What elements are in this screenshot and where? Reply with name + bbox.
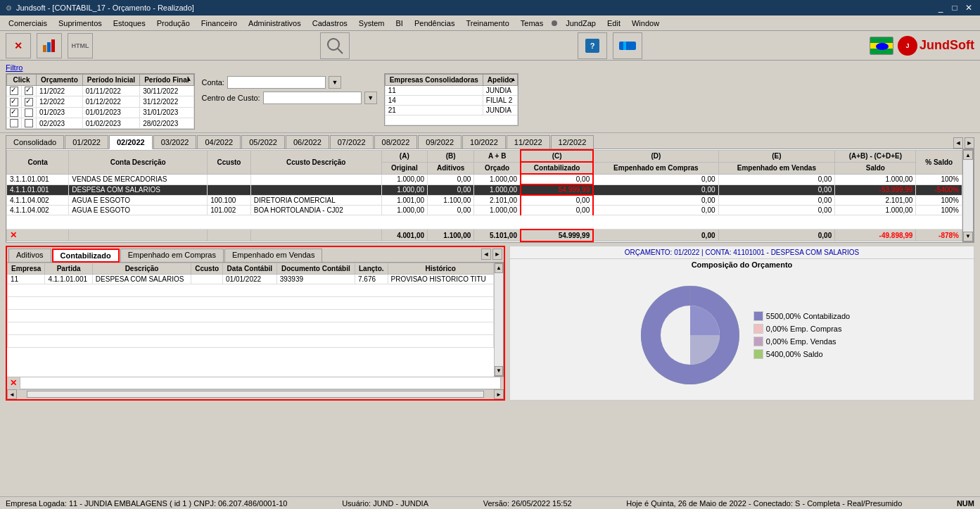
scroll-thumb[interactable] xyxy=(963,160,973,232)
detail-row-empty xyxy=(8,284,494,296)
col-saldo-header: (A+B) - (C+D+E) xyxy=(835,150,916,162)
grid-a-1: 1.000,00 xyxy=(381,174,428,184)
menu-window[interactable]: Window xyxy=(626,18,665,29)
company-row: 11 JUNDIA xyxy=(385,86,518,96)
companies-area: Empresas Consolidadoras Apelido ▲ 11 JUN… xyxy=(384,73,519,126)
col-e-sub: Empenhado em Vendas xyxy=(718,162,835,174)
menu-cadastros[interactable]: Cadastros xyxy=(307,18,353,29)
conta-input[interactable] xyxy=(227,76,326,89)
maximize-button[interactable]: □ xyxy=(949,3,960,13)
main-grid-scrollbar[interactable]: ▲ ▼ xyxy=(962,149,974,242)
detail-tab-empenhado-compras[interactable]: Empenhado em Compras xyxy=(120,249,224,262)
col-ccusto-desc-header: Ccusto Descrição xyxy=(250,150,381,174)
tab-consolidado[interactable]: Consolidado xyxy=(6,135,64,149)
grid-saldo-1: 1.000,00 xyxy=(835,174,916,184)
detail-tab-aditivos[interactable]: Aditivos xyxy=(8,249,51,262)
svg-rect-8 xyxy=(623,42,626,50)
filter-label: Filtro xyxy=(6,63,974,72)
menu-suprimentos[interactable]: Suprimentos xyxy=(53,18,108,29)
filter-cb4-1[interactable] xyxy=(10,119,18,127)
detail-scroll-left[interactable]: ◄ xyxy=(7,389,17,399)
menu-system[interactable]: System xyxy=(353,18,390,29)
filter-cb3-2[interactable] xyxy=(25,108,33,117)
filter-cb3-1[interactable] xyxy=(10,108,18,117)
footer-empty1 xyxy=(69,230,208,241)
detail-tabs-next[interactable]: ► xyxy=(492,249,502,260)
detail-row-empty2 xyxy=(8,296,494,309)
menu-estoques[interactable]: Estoques xyxy=(108,18,151,29)
filter-cb2-1[interactable] xyxy=(10,98,18,106)
scroll-up-btn[interactable]: ▲ xyxy=(963,150,973,160)
tab-03-2022[interactable]: 03/2022 xyxy=(153,135,197,149)
tab-02-2022[interactable]: 02/2022 xyxy=(109,135,153,149)
toolbar-remote-btn[interactable] xyxy=(613,32,642,59)
toolbar-excel-btn[interactable]: ✕ xyxy=(6,33,31,58)
menu-treinamento[interactable]: Treinamento xyxy=(460,18,514,29)
tabs-prev-btn[interactable]: ◄ xyxy=(953,137,963,149)
scroll-down-btn[interactable]: ▼ xyxy=(963,232,973,241)
window-title: Jundsoft - [CONTABIL_17 - Orçamento - Re… xyxy=(16,4,194,12)
svg-line-4 xyxy=(338,49,343,54)
menu-jundzap[interactable]: JundZap xyxy=(560,18,602,29)
toolbar-chart-btn[interactable] xyxy=(37,33,62,58)
tab-09-2022[interactable]: 09/2022 xyxy=(418,135,462,149)
grid-d-3: 0,00 xyxy=(593,195,718,206)
tab-11-2022[interactable]: 11/2022 xyxy=(507,135,550,149)
legend-item-1: 5500,00% Contabilizado xyxy=(753,311,850,321)
filter-middle: Conta: ▼ Centro de Custo: ▼ xyxy=(202,76,377,104)
legend-item-2: 0,00% Emp. Compras xyxy=(753,324,850,334)
close-button[interactable]: ✕ xyxy=(963,3,974,13)
filter-cb2-2[interactable] xyxy=(25,98,33,106)
detail-tab-empenhado-vendas[interactable]: Empenhado em Vendas xyxy=(224,249,322,262)
conta-dropdown-btn[interactable]: ▼ xyxy=(329,76,341,89)
menu-temas[interactable]: Temas xyxy=(515,18,549,29)
menu-financeiro[interactable]: Financeiro xyxy=(196,18,243,29)
detail-tabs-prev[interactable]: ◄ xyxy=(481,249,491,260)
tab-06-2022[interactable]: 06/2022 xyxy=(286,135,329,149)
grid-c-1: 0,00 xyxy=(521,174,593,184)
tab-05-2022[interactable]: 05/2022 xyxy=(241,135,285,149)
tab-10-2022[interactable]: 10/2022 xyxy=(462,135,506,149)
footer-a: 4.001,00 xyxy=(381,230,428,241)
centro-custo-dropdown-btn[interactable]: ▼ xyxy=(364,92,377,104)
detail-scroll-down[interactable]: ▼ xyxy=(495,366,503,376)
menu-edit[interactable]: Edit xyxy=(602,18,626,29)
detail-tab-contabilizado[interactable]: Contabilizado xyxy=(52,249,120,263)
tab-07-2022[interactable]: 07/2022 xyxy=(330,135,374,149)
detail-scroll-thumb[interactable] xyxy=(495,273,503,366)
filter-cb4-2[interactable] xyxy=(25,119,33,127)
tab-01-2022[interactable]: 01/2022 xyxy=(65,135,108,149)
grid-saldo-3: 2.101,00 xyxy=(835,195,916,206)
filter-cb1-2[interactable] xyxy=(25,87,33,95)
col-conta-header: Conta xyxy=(7,150,69,174)
grid-b-3: 1.100,00 xyxy=(428,195,474,206)
svg-text:?: ? xyxy=(590,42,594,50)
footer-aplusb: 5.101,00 xyxy=(474,230,521,241)
tab-08-2022[interactable]: 08/2022 xyxy=(374,135,418,149)
tabs-next-btn[interactable]: ► xyxy=(965,137,974,149)
menu-comerciais[interactable]: Comerciais xyxy=(3,18,53,29)
minimize-button[interactable]: _ xyxy=(935,3,946,13)
detail-row-empty3 xyxy=(8,309,494,322)
centro-custo-input[interactable] xyxy=(263,92,362,104)
tab-04-2022[interactable]: 04/2022 xyxy=(197,135,241,149)
toolbar-search-btn[interactable] xyxy=(320,32,350,59)
status-empresa: Empresa Logada: 11 - JUNDIA EMBALAGENS (… xyxy=(6,499,287,508)
menu-producao[interactable]: Produção xyxy=(151,18,196,29)
detail-scroll-right[interactable]: ► xyxy=(494,389,504,399)
detail-col-data: Data Contábil xyxy=(223,263,277,274)
toolbar-help-btn[interactable]: ? xyxy=(578,32,607,59)
donut-chart xyxy=(634,279,746,391)
detail-scroll-up[interactable]: ▲ xyxy=(495,263,503,273)
detail-scrollbar-v[interactable]: ▲ ▼ xyxy=(494,263,504,377)
grid-e-1: 0,00 xyxy=(718,174,835,184)
main-grid-container: Conta Conta Descrição Ccusto Ccusto Desc… xyxy=(6,149,974,243)
menu-administrativos[interactable]: Administrativos xyxy=(243,18,307,29)
detail-scroll-track[interactable] xyxy=(27,391,484,398)
tab-12-2022[interactable]: 12/2022 xyxy=(551,135,594,149)
detail-doc-1: 393939 xyxy=(276,274,355,284)
toolbar-html-btn[interactable]: HTML xyxy=(68,33,93,58)
menu-bi[interactable]: BI xyxy=(390,18,409,29)
menu-pendencias[interactable]: Pendências xyxy=(409,18,461,29)
filter-cb1-1[interactable] xyxy=(10,87,18,95)
